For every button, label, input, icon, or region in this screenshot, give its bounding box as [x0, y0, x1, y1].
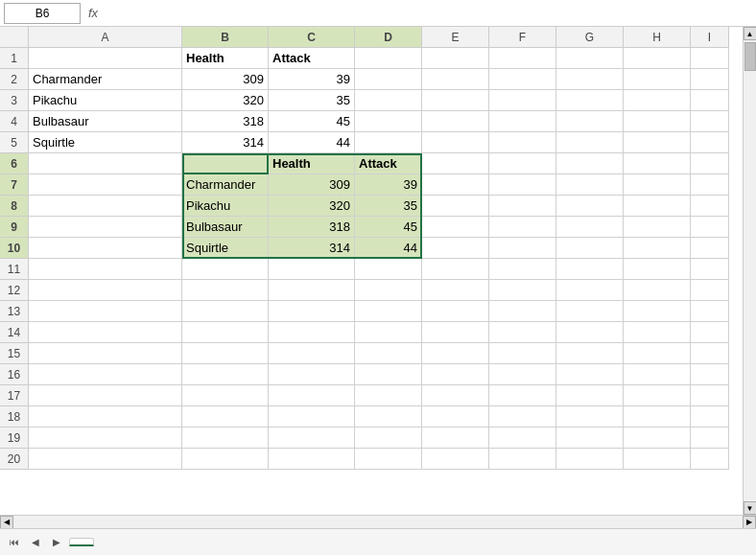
- cell-9-I[interactable]: [691, 217, 729, 238]
- nav-prev-button[interactable]: ◀: [27, 534, 44, 551]
- cell-2-E[interactable]: [422, 69, 489, 90]
- cell-15-B[interactable]: [182, 343, 269, 364]
- cell-16-F[interactable]: [489, 364, 556, 385]
- cell-3-G[interactable]: [556, 90, 624, 111]
- cell-7-A[interactable]: [29, 174, 182, 196]
- cell-12-F[interactable]: [489, 280, 556, 301]
- cell-15-G[interactable]: [556, 343, 624, 364]
- cell-4-D[interactable]: [355, 111, 422, 132]
- cell-14-I[interactable]: [691, 322, 729, 343]
- cell-7-G[interactable]: [556, 174, 624, 196]
- cell-16-D[interactable]: [355, 364, 422, 385]
- scroll-up-button[interactable]: ▲: [744, 27, 757, 40]
- cell-15-F[interactable]: [489, 343, 556, 364]
- col-header-I[interactable]: I: [691, 27, 729, 48]
- cell-2-D[interactable]: [355, 69, 422, 90]
- cell-6-D[interactable]: Attack: [355, 153, 422, 174]
- cell-7-C[interactable]: 309: [269, 174, 355, 196]
- cell-19-G[interactable]: [556, 428, 624, 449]
- cell-11-C[interactable]: [269, 259, 355, 280]
- row-header-3[interactable]: 3: [0, 90, 29, 111]
- row-header-8[interactable]: 8: [0, 196, 29, 217]
- row-header-18[interactable]: 18: [0, 406, 29, 428]
- cell-11-A[interactable]: [29, 259, 182, 280]
- cell-6-C[interactable]: Health: [269, 153, 355, 174]
- cell-12-D[interactable]: [355, 280, 422, 301]
- cell-6-F[interactable]: [489, 153, 556, 174]
- cell-3-B[interactable]: 320: [182, 90, 269, 111]
- cell-2-B[interactable]: 309: [182, 69, 269, 90]
- row-header-19[interactable]: 19: [0, 428, 29, 449]
- row-header-16[interactable]: 16: [0, 364, 29, 385]
- cell-4-F[interactable]: [489, 111, 556, 132]
- cell-15-E[interactable]: [422, 343, 489, 364]
- cell-13-B[interactable]: [182, 301, 269, 322]
- cell-12-H[interactable]: [624, 280, 691, 301]
- cell-17-F[interactable]: [489, 385, 556, 406]
- col-header-E[interactable]: E: [422, 27, 489, 48]
- cell-9-D[interactable]: 45: [355, 217, 422, 238]
- cell-13-H[interactable]: [624, 301, 691, 322]
- cell-2-F[interactable]: [489, 69, 556, 90]
- cell-18-G[interactable]: [556, 406, 624, 428]
- cell-15-H[interactable]: [624, 343, 691, 364]
- row-header-15[interactable]: 15: [0, 343, 29, 364]
- cell-5-E[interactable]: [422, 132, 489, 153]
- scroll-left-button[interactable]: ◀: [0, 516, 13, 529]
- cell-10-A[interactable]: [29, 238, 182, 259]
- col-header-G[interactable]: G: [556, 27, 624, 48]
- cell-1-C[interactable]: Attack: [269, 48, 355, 69]
- horizontal-scrollbar[interactable]: ◀ ▶: [0, 515, 756, 528]
- cell-1-D[interactable]: [355, 48, 422, 69]
- cell-12-A[interactable]: [29, 280, 182, 301]
- cell-3-F[interactable]: [489, 90, 556, 111]
- row-header-14[interactable]: 14: [0, 322, 29, 343]
- formula-input[interactable]: [106, 3, 752, 24]
- cell-5-H[interactable]: [624, 132, 691, 153]
- cell-14-G[interactable]: [556, 322, 624, 343]
- cell-9-C[interactable]: 318: [269, 217, 355, 238]
- cell-13-D[interactable]: [355, 301, 422, 322]
- cell-11-I[interactable]: [691, 259, 729, 280]
- cell-13-A[interactable]: [29, 301, 182, 322]
- cell-5-I[interactable]: [691, 132, 729, 153]
- nav-first-button[interactable]: ⏮: [6, 534, 23, 551]
- cell-1-E[interactable]: [422, 48, 489, 69]
- cell-14-C[interactable]: [269, 322, 355, 343]
- cell-11-E[interactable]: [422, 259, 489, 280]
- cell-8-A[interactable]: [29, 196, 182, 217]
- col-header-F[interactable]: F: [489, 27, 556, 48]
- cell-11-B[interactable]: [182, 259, 269, 280]
- cell-6-G[interactable]: [556, 153, 624, 174]
- cell-1-I[interactable]: [691, 48, 729, 69]
- cell-20-I[interactable]: [691, 449, 729, 470]
- cell-14-A[interactable]: [29, 322, 182, 343]
- cell-9-F[interactable]: [489, 217, 556, 238]
- cell-20-B[interactable]: [182, 449, 269, 470]
- cell-3-D[interactable]: [355, 90, 422, 111]
- scroll-right-button[interactable]: ▶: [743, 516, 756, 529]
- cell-19-D[interactable]: [355, 428, 422, 449]
- cell-7-D[interactable]: 39: [355, 174, 422, 196]
- cell-13-C[interactable]: [269, 301, 355, 322]
- cell-15-A[interactable]: [29, 343, 182, 364]
- cell-8-H[interactable]: [624, 196, 691, 217]
- cell-8-I[interactable]: [691, 196, 729, 217]
- cell-14-H[interactable]: [624, 322, 691, 343]
- row-header-13[interactable]: 13: [0, 301, 29, 322]
- cell-20-E[interactable]: [422, 449, 489, 470]
- cell-name-box[interactable]: [4, 3, 81, 24]
- cell-20-D[interactable]: [355, 449, 422, 470]
- cell-9-A[interactable]: [29, 217, 182, 238]
- cell-16-G[interactable]: [556, 364, 624, 385]
- cell-6-H[interactable]: [624, 153, 691, 174]
- cell-10-E[interactable]: [422, 238, 489, 259]
- cell-18-I[interactable]: [691, 406, 729, 428]
- cell-12-G[interactable]: [556, 280, 624, 301]
- col-header-A[interactable]: A: [29, 27, 182, 48]
- cell-18-B[interactable]: [182, 406, 269, 428]
- cell-17-B[interactable]: [182, 385, 269, 406]
- cell-8-G[interactable]: [556, 196, 624, 217]
- cell-6-B[interactable]: [182, 153, 269, 174]
- cell-6-A[interactable]: [29, 153, 182, 174]
